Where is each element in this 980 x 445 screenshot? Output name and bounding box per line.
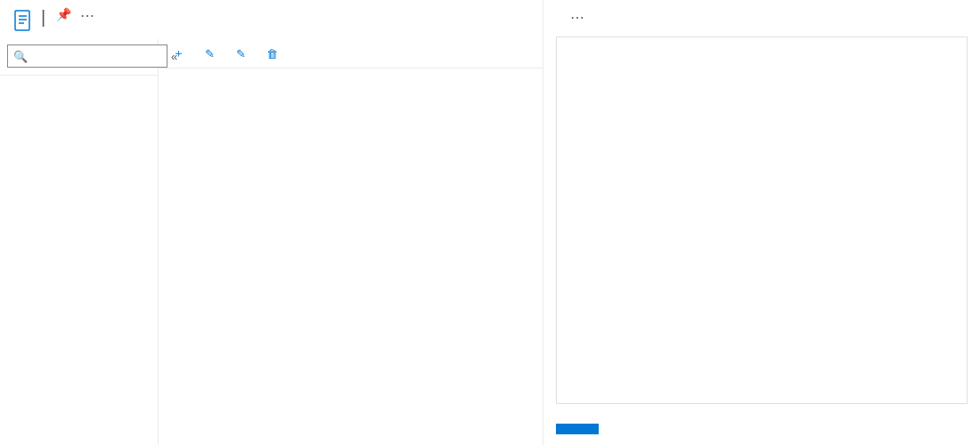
search-icon: 🔍 <box>13 49 28 63</box>
edit-button[interactable]: ✎ <box>202 46 221 61</box>
plus-icon: ＋ <box>171 46 185 61</box>
pencil-icon: ✎ <box>233 46 248 61</box>
more-icon[interactable]: ⋯ <box>570 9 584 26</box>
pencil-icon: ✎ <box>202 46 216 61</box>
trash-icon: 🗑 <box>265 46 279 61</box>
more-icon[interactable]: ⋯ <box>80 7 94 24</box>
json-editor[interactable] <box>556 36 968 404</box>
add-button[interactable]: ＋ <box>171 46 190 61</box>
toolbar: ＋ ✎ ✎ 🗑 <box>159 39 543 69</box>
search-input[interactable]: 🔍 <box>7 44 167 68</box>
settings-heading <box>0 77 158 90</box>
pin-icon[interactable]: 📌 <box>56 7 71 21</box>
delete-button[interactable]: 🗑 <box>265 46 283 61</box>
page-header: | 📌 ⋯ <box>0 0 543 39</box>
agreements-resource-icon <box>12 7 34 34</box>
page-title: | <box>41 7 45 28</box>
edit-json-button[interactable]: ✎ <box>233 46 252 61</box>
sidebar: 🔍 « <box>0 39 159 445</box>
ok-button[interactable] <box>556 424 599 434</box>
svg-rect-0 <box>15 11 29 30</box>
